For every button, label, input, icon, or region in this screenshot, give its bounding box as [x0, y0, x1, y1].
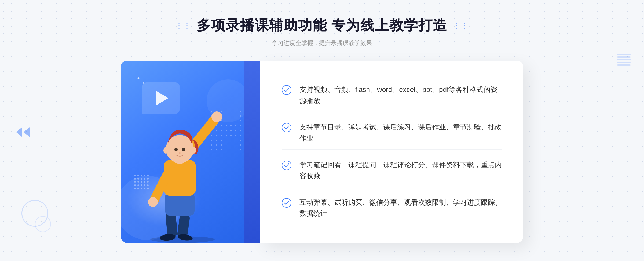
check-icon-4 [282, 198, 291, 208]
svg-point-8 [211, 111, 222, 122]
title-dots-left: ⋮⋮ [175, 21, 191, 30]
svg-point-21 [282, 198, 291, 207]
feature-text-4: 互动弹幕、试听购买、微信分享、观看次数限制、学习进度跟踪、数据统计 [299, 197, 502, 219]
check-icon-3 [282, 161, 291, 170]
stripe-decoration-right [617, 54, 631, 66]
title-dots-right: ⋮⋮ [453, 21, 469, 30]
svg-line-9 [154, 176, 166, 200]
svg-point-14 [182, 148, 185, 151]
svg-point-18 [282, 85, 291, 95]
feature-item-4: 互动弹幕、试听购买、微信分享、观看次数限制、学习进度跟踪、数据统计 [282, 192, 502, 225]
check-icon-2 [282, 123, 291, 132]
feature-text-3: 学习笔记回看、课程提问、课程评论打分、课件资料下载，重点内容收藏 [299, 159, 502, 182]
svg-point-20 [282, 161, 291, 170]
bottom-left-decoration [21, 200, 51, 232]
svg-point-10 [148, 197, 158, 207]
content-section: 支持视频、音频、flash、word、excel、ppt、pdf等各种格式的资源… [121, 61, 523, 243]
circle-outline-small [35, 216, 51, 232]
header-section: ⋮⋮ 多项录播课辅助功能 专为线上教学打造 ⋮⋮ 学习进度全掌握，提升录播课教学… [175, 16, 469, 47]
svg-point-15 [179, 152, 181, 154]
svg-point-16 [163, 147, 168, 154]
svg-point-17 [191, 147, 196, 154]
page-subtitle: 学习进度全掌握，提升录播课教学效果 [272, 39, 372, 47]
feature-item-1: 支持视频、音频、flash、word、excel、ppt、pdf等各种格式的资源… [282, 79, 502, 112]
page-title: 多项录播课辅助功能 专为线上教学打造 [197, 16, 447, 35]
feature-item-2: 支持章节目录、弹题考试、课后练习、课后作业、章节测验、批改作业 [282, 116, 502, 150]
illustration-card [121, 61, 260, 243]
feature-item-3: 学习笔记回看、课程提问、课程评论打分、课件资料下载，重点内容收藏 [282, 154, 502, 187]
sidebar-strip [244, 61, 260, 243]
feature-text-2: 支持章节目录、弹题考试、课后练习、课后作业、章节测验、批改作业 [299, 122, 502, 144]
sparkle-decoration [137, 76, 141, 80]
svg-point-19 [282, 123, 291, 132]
page-container: ⋮⋮ 多项录播课辅助功能 专为线上教学打造 ⋮⋮ 学习进度全掌握，提升录播课教学… [0, 0, 644, 261]
check-icon-1 [282, 85, 291, 95]
title-row: ⋮⋮ 多项录播课辅助功能 专为线上教学打造 ⋮⋮ [175, 16, 469, 35]
chevron-left-decoration [16, 127, 30, 137]
svg-point-13 [174, 148, 178, 151]
feature-text-1: 支持视频、音频、flash、word、excel、ppt、pdf等各种格式的资源… [299, 84, 502, 106]
features-card: 支持视频、音频、flash、word、excel、ppt、pdf等各种格式的资源… [260, 61, 523, 243]
figure-illustration [131, 93, 233, 243]
